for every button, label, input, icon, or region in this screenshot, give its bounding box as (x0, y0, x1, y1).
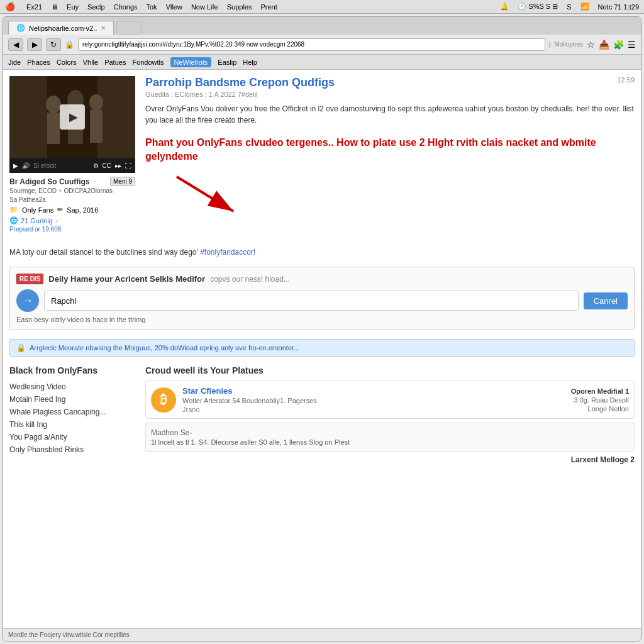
upload-hint: Easn besy oitrly video is haco in the tt… (16, 316, 628, 323)
browser-window: 🌐 Nelipshoarlie.com·v2.. ✕ ◀ ▶ ↻ 🔒 | Mol… (3, 16, 641, 641)
sidebar-title: Black from OnlyFans (9, 365, 135, 375)
tab-favicon: 🌐 (16, 24, 25, 32)
refresh-button[interactable]: ↻ (46, 38, 61, 51)
redis-badge: RE DIS (16, 274, 43, 284)
user-info-1: Star Cfienies Wotler Arlerator 54 Bouden… (182, 386, 565, 413)
bookmark-jide[interactable]: Jide (8, 58, 21, 66)
extensions-icon[interactable]: 🧩 (613, 40, 624, 50)
sidebar-item-0[interactable]: Wedlesing Video (9, 380, 135, 393)
play-button[interactable] (60, 104, 85, 130)
user-right-label-1: Oporen Medifial 1 (571, 387, 629, 395)
svg-rect-2 (97, 76, 135, 158)
hashtag-line: MA loty our detail stancel to the butcli… (9, 248, 635, 257)
sidebar-item-2[interactable]: Whale Plagless Cancaping... (9, 406, 135, 418)
article-time: 12:59 (617, 76, 635, 84)
sidebar-item-4[interactable]: You Pagd a/Anity (9, 431, 135, 443)
right-panel: Croud weell its Your Platues ₿ Star Cfie… (145, 365, 635, 464)
settings-btn[interactable]: ⚙ (93, 162, 99, 169)
folder-icon: 📁 (9, 206, 18, 214)
quality-btn[interactable]: ▸▸ (115, 162, 121, 169)
svg-rect-4 (47, 113, 60, 144)
article-description: Ovrer OnlyFans Vou doliver you free the … (145, 103, 635, 126)
menu-euy[interactable]: Euy (67, 3, 79, 11)
sidebar-item-5[interactable]: Only Phansbled Rinks (9, 443, 135, 456)
hashtag-tag[interactable]: #fonlyfandaccor! (200, 248, 255, 257)
bookmark-easlip[interactable]: Easlip (218, 58, 236, 66)
bookmark-vhlle[interactable]: Vhlle (83, 58, 98, 66)
bookmark-fondowtls[interactable]: Fondowtls (132, 58, 164, 66)
sidebar-item-1[interactable]: Motain Fieed Ing (9, 393, 135, 406)
bookmark-star[interactable]: ☆ (587, 40, 595, 50)
address-separator: | (549, 41, 551, 48)
menu-tok[interactable]: Tok (147, 3, 157, 11)
sidebar-item-3[interactable]: This kill Ing (9, 418, 135, 431)
tab-title: Nelipshoarlie.com·v2.. (29, 25, 97, 32)
video-tag1[interactable]: Only Fans (22, 206, 53, 214)
tab-close-button[interactable]: ✕ (101, 25, 106, 31)
navigation-bar: ◀ ▶ ↻ 🔒 | Mollopnes ☆ 📥 🧩 ☰ (3, 35, 641, 55)
upload-arrow-icon[interactable]: → (16, 289, 39, 312)
article-title: Parrohip Bandsme Crepon Qudfigs (145, 76, 335, 89)
menu-supples[interactable]: Supples (227, 3, 252, 11)
article-section: Parrohip Bandsme Crepon Qudfigs 12:59 Gu… (145, 76, 635, 236)
bookmark-phaces[interactable]: Phaces (27, 58, 50, 66)
video-info: Br Adiged So Cuuffigs Meni 9 Sourmge, EC… (9, 173, 135, 236)
bookmark-help[interactable]: Help (243, 58, 257, 66)
cancel-button[interactable]: Canrel (584, 292, 628, 309)
menu-prent[interactable]: Prent (260, 3, 277, 11)
back-button[interactable]: ◀ (8, 38, 23, 51)
menu-chongs[interactable]: Chongs (114, 3, 138, 11)
bookmarks-bar: Jide Phaces Colors Vhlle Patues Fondowtl… (3, 55, 641, 70)
menu-ex21[interactable]: Ex21 (26, 3, 42, 11)
video-posted[interactable]: Prepsed or 19:608 (9, 226, 135, 233)
volume-btn[interactable]: 🔊 (22, 162, 30, 169)
menu-notification: 🔔 (500, 3, 509, 11)
tab-bar: 🌐 Nelipshoarlie.com·v2.. ✕ (3, 17, 641, 35)
video-tag2: Sap, 2016 (67, 206, 98, 214)
status-bar: Mordle the Poojery vlrw.wtlsle Cor meptl… (3, 628, 641, 641)
svg-point-3 (46, 96, 61, 113)
bookmark-colors[interactable]: Colors (57, 58, 77, 66)
bookmark-patues[interactable]: Patues (104, 58, 126, 66)
fullscreen-btn[interactable]: ⛶ (125, 162, 131, 169)
stats-icon: 🌐 (9, 216, 18, 225)
upload-header: RE DIS Deily Hame your Acrlcent Selkls M… (16, 274, 628, 284)
video-tags: 📁 Only Fans ✏ Sap, 2016 (9, 206, 135, 214)
user-right-sub2-1: Longe Netlon (571, 405, 629, 413)
left-sidebar: Black from OnlyFans Wedlesing Video Mota… (9, 365, 135, 464)
info-bar[interactable]: 🔒 Arrglecic Meorate nbwsing the Mniguus,… (9, 339, 635, 357)
upload-loading: copvs our ness! hload... (210, 275, 290, 284)
user-name-1[interactable]: Star Cfienies (182, 386, 565, 396)
bookmark-newlelorets[interactable]: NeWlelrots (170, 57, 212, 67)
menu-bar: 🍎 Ex21 🖥 Euy Seclp Chongs Tok Vllew Now … (0, 0, 644, 14)
last-label: Larxent Melloge 2 (145, 455, 635, 464)
user-right-col-1: Oporen Medifial 1 3 0g. Ruau Desoll Long… (571, 387, 629, 413)
user-right-sub-1: 3 0g. Ruau Desoll (571, 396, 629, 404)
lock-icon: 🔒 (65, 40, 74, 49)
video-thumbnail[interactable] (9, 76, 135, 158)
downloads-icon[interactable]: 📥 (599, 40, 609, 50)
status-bar-text: Mordle the Poojery vlrw.wtlsle Cor meptl… (8, 631, 130, 638)
upload-input[interactable] (44, 291, 579, 311)
red-arrow-svg (170, 170, 246, 221)
mac-window: 🍎 Ex21 🖥 Euy Seclp Chongs Tok Vllew Now … (0, 0, 644, 644)
video-controls: ▶ 🔊 Sl eroist ⚙ CC ▸▸ ⛶ (9, 158, 135, 173)
menu-vllew[interactable]: Vllew (166, 3, 182, 11)
browser-tab[interactable]: 🌐 Nelipshoarlie.com·v2.. ✕ (8, 21, 114, 35)
apple-menu[interactable]: 🍎 (5, 2, 15, 11)
content-area: ▶ 🔊 Sl eroist ⚙ CC ▸▸ ⛶ Br Adiged So Cuu… (3, 70, 641, 628)
menu-nowlife[interactable]: Now Life (191, 3, 218, 11)
menu-seclp[interactable]: Seclp (87, 3, 105, 11)
user-username-1: Jrano (182, 406, 565, 413)
user-card-2: Madhen Se- 1l lncelt as tl 1. S4. Dlecor… (145, 423, 635, 452)
new-tab-button[interactable] (116, 21, 142, 35)
video-menu-btn[interactable]: Meni 9 (110, 177, 135, 186)
forward-button[interactable]: ▶ (27, 38, 42, 51)
user2-text: 1l lncelt as tl 1. S4. Dlecorse asller S… (151, 438, 629, 446)
play-pause-btn[interactable]: ▶ (13, 162, 18, 169)
user-desc-1: Wotler Arlerator 54 Boudenabliy1. Pagers… (182, 397, 565, 404)
address-bar[interactable] (78, 38, 545, 51)
menu-button[interactable]: ☰ (628, 40, 636, 50)
captions-btn[interactable]: CC (103, 162, 111, 169)
video-stats[interactable]: 🌐 21 Gurinig › (9, 216, 135, 225)
